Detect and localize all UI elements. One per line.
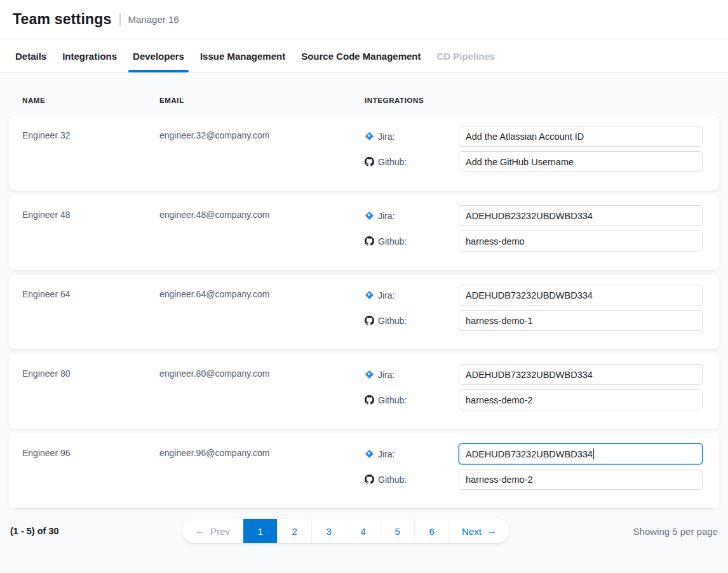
developer-name: Engineer 48 [9, 196, 159, 270]
page-button-2[interactable]: 2 [277, 519, 311, 543]
jira-icon [365, 290, 374, 300]
jira-icon [365, 449, 374, 459]
github-icon [365, 316, 374, 325]
jira-label: Jira: [378, 211, 394, 221]
page-button-3[interactable]: 3 [311, 519, 346, 543]
arrow-left-icon: ← [195, 526, 205, 536]
result-range: (1 - 5) of 30 [10, 526, 59, 536]
column-header-integrations: INTEGRATIONS [365, 97, 719, 104]
table-row: Engineer 64 engineer.64@company.com Jira… [9, 275, 719, 349]
github-label: Github: [378, 316, 407, 326]
integrations-cell: Jira: ADEHUDB73232UBDWBD334 Github: harn… [365, 354, 719, 429]
github-input[interactable]: harness-demo-2 [459, 389, 703, 410]
table-row: Engineer 96 engineer.96@company.com Jira… [9, 434, 719, 508]
tab-integrations[interactable]: Integrations [58, 39, 121, 72]
jira-label: Jira: [378, 131, 394, 142]
github-input[interactable]: harness-demo-1 [459, 310, 703, 331]
jira-input[interactable]: Add the Atlassian Account ID [459, 126, 703, 147]
github-icon [365, 395, 374, 405]
title-divider [119, 13, 121, 26]
tab-issue-management[interactable]: Issue Management [196, 39, 290, 72]
pagination-footer: (1 - 5) of 30 ← Prev 1 2 3 4 5 6 Next → … [10, 519, 718, 543]
github-input[interactable]: harness-demo [459, 231, 703, 252]
github-input[interactable]: Add the GitHub Username [459, 151, 703, 172]
jira-icon [365, 370, 374, 379]
developer-name: Engineer 80 [9, 354, 159, 429]
arrow-right-icon: → [487, 526, 497, 536]
tab-developers[interactable]: Developers [128, 39, 189, 72]
jira-input[interactable]: ADEHUDB73232UBDWBD334 [459, 285, 703, 306]
github-label: Github: [378, 475, 407, 485]
developer-name: Engineer 64 [9, 275, 159, 349]
github-label: Github: [378, 395, 407, 405]
github-label: Github: [378, 236, 407, 246]
page-title: Team settings [13, 11, 112, 28]
jira-icon [365, 131, 374, 141]
column-header-name: NAME [9, 97, 159, 104]
github-icon [365, 236, 374, 246]
integrations-cell: Jira: Add the Atlassian Account ID Githu… [365, 116, 719, 191]
table-row: Engineer 48 engineer.48@company.com Jira… [9, 196, 719, 270]
prev-page-button[interactable]: ← Prev [182, 519, 243, 543]
github-icon [365, 475, 374, 484]
github-icon [365, 157, 374, 166]
pagination: ← Prev 1 2 3 4 5 6 Next → [182, 519, 509, 543]
jira-input-focused[interactable]: ADEHUDB73232UBDWBD334 [459, 443, 703, 464]
table-row: Engineer 32 engineer.32@company.com Jira… [9, 116, 719, 191]
integrations-cell: Jira: ADEHUDB23232UBDWBD334 Github: harn… [365, 196, 719, 270]
developer-name: Engineer 32 [9, 116, 159, 191]
tabs-bar: Details Integrations Developers Issue Ma… [0, 39, 728, 73]
integrations-cell: Jira: ADEHUDB73232UBDWBD334 Github: harn… [365, 434, 719, 508]
jira-input[interactable]: ADEHUDB73232UBDWBD334 [459, 364, 703, 385]
developer-name: Engineer 96 [9, 434, 159, 508]
tab-cd-pipelines: CD Pipelines [433, 39, 500, 72]
text-cursor [593, 448, 595, 459]
developer-email: engineer.96@company.com [159, 434, 365, 508]
page-subtitle: Manager 16 [128, 14, 179, 25]
developer-email: engineer.80@company.com [159, 354, 365, 429]
tab-details[interactable]: Details [11, 39, 51, 72]
per-page-label: Showing 5 per page [633, 526, 718, 537]
page-button-4[interactable]: 4 [346, 519, 380, 543]
github-label: Github: [378, 157, 407, 167]
jira-label: Jira: [378, 370, 394, 380]
integrations-cell: Jira: ADEHUDB73232UBDWBD334 Github: harn… [365, 275, 719, 349]
page-button-1[interactable]: 1 [243, 519, 277, 543]
page-header: Team settings Manager 16 [0, 0, 728, 39]
page-button-6[interactable]: 6 [414, 519, 448, 543]
column-headers: NAME EMAIL INTEGRATIONS [9, 73, 719, 116]
developer-email: engineer.48@company.com [159, 196, 365, 270]
developer-email: engineer.64@company.com [159, 275, 365, 349]
tab-source-code-management[interactable]: Source Code Management [297, 39, 425, 72]
developers-table: NAME EMAIL INTEGRATIONS Engineer 32 engi… [0, 73, 728, 556]
column-header-email: EMAIL [159, 97, 365, 104]
jira-label: Jira: [378, 449, 394, 459]
next-page-button[interactable]: Next → [448, 519, 509, 543]
jira-icon [365, 211, 374, 220]
jira-label: Jira: [378, 290, 394, 300]
page-button-5[interactable]: 5 [380, 519, 414, 543]
jira-input[interactable]: ADEHUDB23232UBDWBD334 [459, 205, 703, 226]
github-input[interactable]: harness-demo-2 [459, 469, 703, 490]
developer-email: engineer.32@company.com [159, 116, 365, 191]
table-row: Engineer 80 engineer.80@company.com Jira… [9, 354, 719, 429]
